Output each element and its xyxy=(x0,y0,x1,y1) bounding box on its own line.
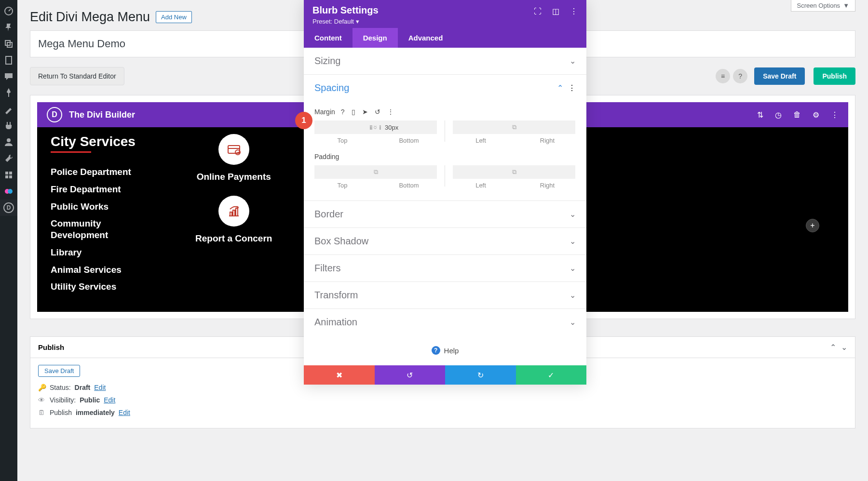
divi-icon[interactable]: D xyxy=(0,200,17,216)
help-label: Help xyxy=(444,347,459,355)
bar-chart-icon xyxy=(218,196,249,227)
colorful-icon[interactable] xyxy=(0,183,17,200)
tools-icon[interactable] xyxy=(0,150,17,167)
help-icon[interactable]: ? xyxy=(341,108,345,116)
settings-icon[interactable] xyxy=(0,167,17,183)
padding-right-input[interactable] xyxy=(519,165,575,179)
arrows-icon[interactable]: ⇅ xyxy=(757,110,763,120)
more-icon[interactable]: ⋮ xyxy=(568,83,576,93)
blurb-label: Online Payments xyxy=(197,172,271,182)
margin-left-input[interactable] xyxy=(453,120,509,134)
margin-bottom-input[interactable] xyxy=(381,120,437,134)
expand-icon[interactable]: ⛶ xyxy=(534,7,542,16)
layers-icon[interactable]: ≡ xyxy=(716,69,730,83)
add-new-button[interactable]: Add New xyxy=(156,11,192,23)
list-item[interactable]: Fire Department xyxy=(51,184,147,195)
list-item[interactable]: Animal Services xyxy=(51,264,147,276)
margin-right-input[interactable] xyxy=(519,120,575,134)
list-item[interactable]: Police Department xyxy=(51,166,147,178)
metabox-save-draft-button[interactable]: Save Draft xyxy=(38,365,80,377)
add-module-button[interactable]: + xyxy=(806,219,819,232)
publish-button[interactable]: Publish xyxy=(814,67,855,85)
undo-button[interactable]: ↺ xyxy=(375,365,446,385)
appearance-icon[interactable] xyxy=(0,101,17,118)
more-icon[interactable]: ⋮ xyxy=(570,7,578,16)
blurb-report-concern[interactable]: Report a Concern xyxy=(195,196,272,244)
tab-advanced[interactable]: Advanced xyxy=(398,28,454,48)
canvas-heading: City Services xyxy=(51,134,147,149)
redo-button[interactable]: ↻ xyxy=(445,365,516,385)
pages-icon[interactable] xyxy=(0,52,17,68)
users-icon[interactable] xyxy=(0,134,17,150)
return-editor-button[interactable]: Return To Standard Editor xyxy=(30,67,124,85)
tablet-icon[interactable]: ▯ xyxy=(352,108,355,116)
blurb-settings-modal: Blurb Settings Preset: Default ▾ ⛶ ◫ ⋮ C… xyxy=(304,0,586,385)
gear-icon[interactable]: ⚙ xyxy=(813,110,819,120)
more-icon[interactable]: ⋮ xyxy=(387,108,394,116)
padding-left-input[interactable] xyxy=(453,165,509,179)
modal-title: Blurb Settings xyxy=(312,5,379,16)
heading-underline xyxy=(51,151,91,153)
cancel-button[interactable]: ✖ xyxy=(304,365,375,385)
tab-content[interactable]: Content xyxy=(304,28,353,48)
edit-status-link[interactable]: Edit xyxy=(94,384,106,391)
accordion-transform[interactable]: Transform ⌄ xyxy=(304,282,586,309)
save-draft-button[interactable]: Save Draft xyxy=(754,67,805,85)
list-item[interactable]: Community Development xyxy=(51,218,147,241)
chevron-down-icon: ⌄ xyxy=(570,291,576,300)
sublabel-left: Left xyxy=(475,137,486,144)
comments-icon[interactable] xyxy=(0,68,17,85)
snap-icon[interactable]: ◫ xyxy=(552,7,559,16)
chevron-up-icon[interactable]: ⌃ xyxy=(830,343,836,352)
padding-top-input[interactable] xyxy=(314,165,370,179)
chevron-down-icon: ⌄ xyxy=(570,210,576,219)
hover-icon[interactable]: ➤ xyxy=(362,108,368,116)
trash-icon[interactable]: 🗑 xyxy=(793,110,801,119)
history-icon[interactable]: ◷ xyxy=(775,110,782,120)
accordion-box-shadow[interactable]: Box Shadow ⌄ xyxy=(304,228,586,255)
link-icon[interactable]: �ధ� xyxy=(370,120,381,134)
link-icon[interactable]: ⧉ xyxy=(509,120,519,134)
help-circle-icon: ? xyxy=(432,346,440,355)
screen-options-toggle[interactable]: Screen Options ▼ xyxy=(791,0,855,12)
modal-preset[interactable]: Preset: Default ▾ xyxy=(312,18,379,25)
pin-icon[interactable] xyxy=(0,19,17,36)
accordion-animation[interactable]: Animation ⌄ xyxy=(304,309,586,335)
publish-box-title: Publish xyxy=(38,343,64,351)
more-icon[interactable]: ⋮ xyxy=(831,110,839,120)
plugins-icon[interactable] xyxy=(0,118,17,134)
svg-rect-11 xyxy=(228,146,240,153)
accordion-filters[interactable]: Filters ⌄ xyxy=(304,255,586,282)
edit-visibility-link[interactable]: Edit xyxy=(104,396,115,404)
link-icon[interactable]: ⧉ xyxy=(370,165,381,179)
accordion-spacing[interactable]: Spacing ⌃ ⋮ xyxy=(304,75,586,101)
margin-top-input[interactable] xyxy=(314,120,370,134)
tab-design[interactable]: Design xyxy=(353,28,398,48)
divider xyxy=(445,120,445,142)
svg-rect-16 xyxy=(236,208,238,216)
media-icon[interactable] xyxy=(0,36,17,52)
help-icon[interactable]: ? xyxy=(733,69,747,83)
chevron-down-icon[interactable]: ⌄ xyxy=(841,343,847,352)
help-link[interactable]: ? Help xyxy=(304,335,586,365)
blurb-online-payments[interactable]: Online Payments xyxy=(197,134,271,182)
accordion-sizing[interactable]: Sizing ⌄ xyxy=(304,48,586,75)
dashboard-icon[interactable] xyxy=(0,3,17,19)
schedule-label: Publish xyxy=(50,409,72,416)
reset-icon[interactable]: ↺ xyxy=(375,108,380,116)
accordion-title: Filters xyxy=(314,263,340,274)
list-item[interactable]: Library xyxy=(51,247,147,258)
confirm-button[interactable]: ✓ xyxy=(516,365,587,385)
list-item[interactable]: Public Works xyxy=(51,201,147,213)
builder-title: The Divi Builder xyxy=(69,110,135,120)
sublabel-bottom: Bottom xyxy=(399,137,419,144)
list-item[interactable]: Utility Services xyxy=(51,281,147,293)
accordion-title: Transform xyxy=(314,290,358,301)
accordion-border[interactable]: Border ⌄ xyxy=(304,201,586,228)
chevron-up-icon: ⌃ xyxy=(557,83,563,93)
padding-bottom-input[interactable] xyxy=(381,165,437,179)
pushpin-icon[interactable] xyxy=(0,85,17,101)
svg-point-10 xyxy=(8,189,13,194)
link-icon[interactable]: ⧉ xyxy=(509,165,519,179)
edit-schedule-link[interactable]: Edit xyxy=(119,409,130,416)
